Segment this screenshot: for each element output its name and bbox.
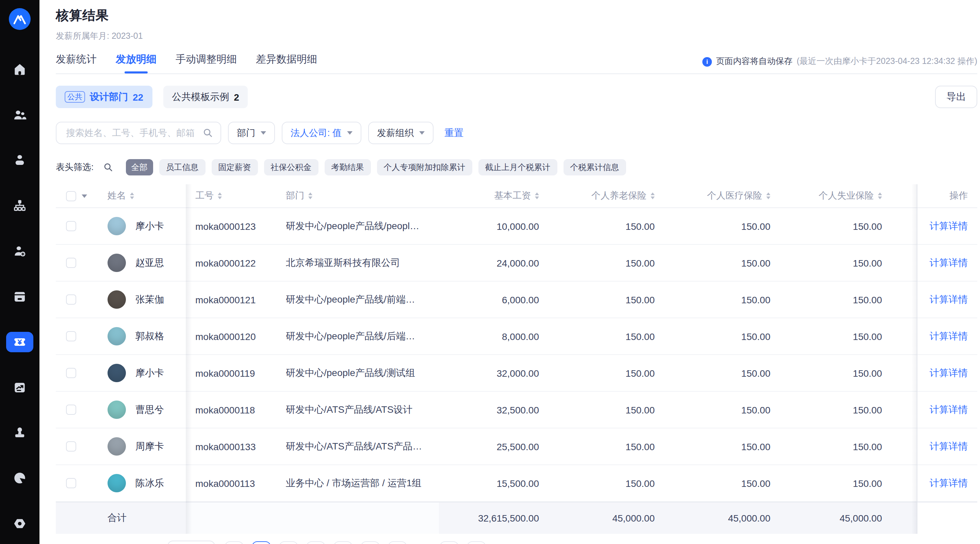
report-icon[interactable] <box>6 377 33 398</box>
col-name[interactable]: 姓名 <box>99 190 186 202</box>
payroll-org-select[interactable]: 发薪组织 <box>368 122 434 144</box>
search-icon[interactable] <box>202 127 214 139</box>
col-medical[interactable]: 个人医疗保险 <box>660 190 776 202</box>
tag-tax-cumulative[interactable]: 个税累计信息 <box>563 159 626 175</box>
reset-filters-link[interactable]: 重置 <box>444 127 463 139</box>
employee-dept: 研发中心/ATS产品线/ATS产品… <box>279 440 439 452</box>
tag-attendance[interactable]: 考勤结果 <box>324 159 371 175</box>
page-button-2[interactable]: 2 <box>279 541 298 544</box>
page-button-4[interactable]: 4 <box>333 541 352 544</box>
person-add-icon[interactable] <box>6 241 33 261</box>
scheme-chip-design-dept[interactable]: 公共 设计部门 22 <box>56 86 152 108</box>
col-dept[interactable]: 部门 <box>279 190 439 202</box>
table-row: 赵亚思 moka0000122 北京希瑞亚斯科技有限公司 24,000.00 1… <box>56 245 977 282</box>
row-checkbox[interactable] <box>66 368 76 378</box>
tab-payment-details[interactable]: 发放明细 <box>116 53 156 73</box>
col-unemployment[interactable]: 个人失业保险 <box>776 190 917 202</box>
row-checkbox[interactable] <box>66 258 76 268</box>
pie-chart-icon[interactable] <box>6 468 33 488</box>
person-icon[interactable] <box>6 150 33 170</box>
next-page-button[interactable]: › <box>466 541 485 544</box>
sort-icon[interactable] <box>130 192 134 200</box>
medical: 150.00 <box>660 441 776 452</box>
sort-icon[interactable] <box>878 192 882 200</box>
row-checkbox[interactable] <box>66 295 76 305</box>
calendar-icon[interactable] <box>6 286 33 307</box>
pagination: 共 400 行, 第 1~30 行 30 ‹ 1 2 3 4 5 6 ••• 3… <box>56 539 977 544</box>
employee-dept: 研发中心/people产品线/测试组 <box>279 367 439 379</box>
row-checkbox[interactable] <box>66 441 76 452</box>
employee-dept: 研发中心/people产品线/后端… <box>279 330 439 343</box>
prev-page-button[interactable]: ‹ <box>224 541 243 544</box>
chip-count: 22 <box>133 92 143 102</box>
row-checkbox[interactable] <box>66 331 76 341</box>
moka-logo-icon[interactable] <box>9 8 30 30</box>
tag-all[interactable]: 全部 <box>126 159 153 175</box>
select-menu-caret-icon[interactable] <box>82 194 87 198</box>
sort-icon[interactable] <box>308 192 312 200</box>
payroll-icon[interactable] <box>6 332 33 352</box>
total-base-salary: 32,615,500.00 <box>439 503 544 534</box>
calc-detail-link[interactable]: 计算详情 <box>930 477 968 488</box>
scheme-chip-public-template[interactable]: 公共模板示例 2 <box>163 86 248 108</box>
col-base-salary[interactable]: 基本工资 <box>439 190 544 202</box>
home-icon[interactable] <box>6 59 33 79</box>
tab-manual-adjustments[interactable]: 手动调整明细 <box>176 53 237 73</box>
tab-diff-data[interactable]: 差异数据明细 <box>256 53 317 73</box>
avatar <box>108 437 126 455</box>
legal-entity-select[interactable]: 法人公司: 值 <box>282 122 361 144</box>
table-row: 摩小卡 moka0000119 研发中心/people产品线/测试组 32,00… <box>56 355 977 392</box>
calc-detail-link[interactable]: 计算详情 <box>930 220 968 231</box>
calc-detail-link[interactable]: 计算详情 <box>930 330 968 341</box>
department-select[interactable]: 部门 <box>228 122 275 144</box>
calc-detail-link[interactable]: 计算详情 <box>930 257 968 268</box>
tag-social-insurance[interactable]: 社保公积金 <box>264 159 318 175</box>
medical: 150.00 <box>660 331 776 342</box>
col-id[interactable]: 工号 <box>186 190 279 202</box>
row-checkbox[interactable] <box>66 404 76 415</box>
tag-tax-till-last-month[interactable]: 截止上月个税累计 <box>478 159 557 175</box>
team-icon[interactable] <box>6 105 33 125</box>
tabs: 发薪统计 发放明细 手动调整明细 差异数据明细 <box>56 53 317 73</box>
page-button-32[interactable]: 32 <box>439 541 458 544</box>
row-checkbox[interactable] <box>66 478 76 488</box>
sort-icon[interactable] <box>218 192 222 200</box>
calc-detail-link[interactable]: 计算详情 <box>930 404 968 414</box>
pension: 150.00 <box>544 478 660 488</box>
employee-name: 张茉伽 <box>135 293 164 306</box>
tag-special-deduction[interactable]: 个人专项附加扣除累计 <box>377 159 472 175</box>
page-button-1[interactable]: 1 <box>251 541 270 544</box>
row-checkbox[interactable] <box>66 221 76 231</box>
total-label: 合计 <box>99 503 186 534</box>
chip-count: 2 <box>234 92 239 102</box>
column-search-icon[interactable] <box>102 162 113 173</box>
tab-payroll-stats[interactable]: 发薪统计 <box>56 53 97 73</box>
page-button-6[interactable]: 6 <box>388 541 407 544</box>
calc-detail-link[interactable]: 计算详情 <box>930 367 968 378</box>
page-button-3[interactable]: 3 <box>306 541 325 544</box>
base-salary: 10,000.00 <box>439 220 544 232</box>
select-all-checkbox[interactable] <box>66 191 76 201</box>
unemployment: 150.00 <box>776 220 917 232</box>
sort-icon[interactable] <box>651 192 655 200</box>
page-size-select[interactable] <box>167 541 215 544</box>
col-pension[interactable]: 个人养老保险 <box>544 190 660 202</box>
settings-nut-icon[interactable] <box>6 514 33 534</box>
pension: 150.00 <box>544 294 660 305</box>
search-input[interactable] <box>65 127 202 139</box>
org-chart-icon[interactable] <box>6 195 33 216</box>
table-row: 张茉伽 moka0000121 研发中心/people产品线/前端… 6,000… <box>56 282 977 318</box>
employee-dept: 研发中心/people产品线/peopl… <box>279 220 439 232</box>
sidebar <box>0 0 40 544</box>
stamp-icon[interactable] <box>6 422 33 442</box>
filter-row: 部门 法人公司: 值 发薪组织 重置 <box>56 122 977 144</box>
sort-icon[interactable] <box>766 192 770 200</box>
export-button[interactable]: 导出 <box>935 86 977 108</box>
sort-icon[interactable] <box>535 192 539 200</box>
calc-detail-link[interactable]: 计算详情 <box>930 440 968 451</box>
page-button-5[interactable]: 5 <box>360 541 379 544</box>
avatar <box>108 401 126 419</box>
tag-employee-info[interactable]: 员工信息 <box>159 159 205 175</box>
calc-detail-link[interactable]: 计算详情 <box>930 293 968 304</box>
tag-fixed-salary[interactable]: 固定薪资 <box>211 159 258 175</box>
